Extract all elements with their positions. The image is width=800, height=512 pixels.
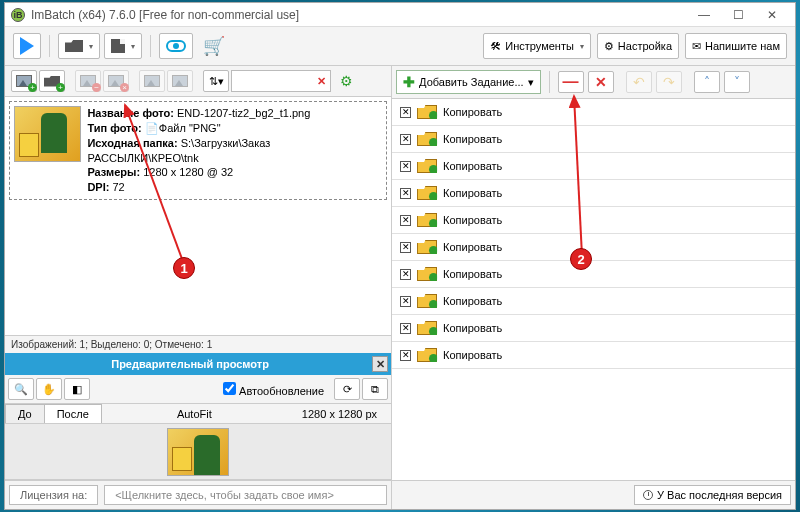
save-button[interactable]: ▾	[104, 33, 142, 59]
task-folder-icon	[417, 348, 437, 362]
uncheck-button[interactable]	[167, 70, 193, 92]
license-bar: Лицензия на: <Щелкните здесь, чтобы зада…	[5, 480, 391, 509]
window-title: ImBatch (x64) 7.6.0 [Free for non-commer…	[31, 8, 299, 22]
version-status[interactable]: У Вас последняя версия	[634, 485, 791, 505]
task-row[interactable]: ✕Копировать	[392, 126, 795, 153]
minimize-button[interactable]: —	[687, 5, 721, 25]
undo-button[interactable]: ↶	[626, 71, 652, 93]
compare-button[interactable]: ◧	[64, 378, 90, 400]
task-checkbox[interactable]: ✕	[400, 350, 411, 361]
clock-icon	[643, 490, 653, 500]
auto-refresh-checkbox[interactable]: Автообновление	[223, 382, 324, 397]
play-icon	[20, 37, 34, 55]
task-folder-icon	[417, 267, 437, 281]
task-folder-icon	[417, 186, 437, 200]
main-toolbar: ▾ ▾ 🛒 🛠Инструменты▾ ⚙Настройка ✉Напишите…	[5, 27, 795, 66]
add-folder-button[interactable]: +	[39, 70, 65, 92]
task-checkbox[interactable]: ✕	[400, 215, 411, 226]
task-label: Копировать	[443, 133, 502, 145]
store-button[interactable]: 🛒	[197, 33, 231, 59]
task-checkbox[interactable]: ✕	[400, 107, 411, 118]
task-checkbox[interactable]: ✕	[400, 242, 411, 253]
task-toolbar: ✚Добавить Задание...▾ — ✕ ↶ ↷ ˄ ˅	[392, 66, 795, 99]
preview-toggle-button[interactable]	[159, 33, 193, 59]
task-checkbox[interactable]: ✕	[400, 323, 411, 334]
image-item[interactable]: Название фото: END-1207-tiz2_bg2_t1.png …	[9, 101, 387, 200]
task-folder-icon	[417, 105, 437, 119]
redo-button[interactable]: ↷	[656, 71, 682, 93]
task-folder-icon	[417, 294, 437, 308]
preview-canvas[interactable]	[5, 424, 391, 480]
close-button[interactable]: ✕	[755, 5, 789, 25]
task-row[interactable]: ✕Копировать	[392, 288, 795, 315]
task-label: Копировать	[443, 268, 502, 280]
zoom-button[interactable]: 🔍	[8, 378, 34, 400]
maximize-button[interactable]: ☐	[721, 5, 755, 25]
app-icon: iB	[11, 8, 25, 22]
image-toolbar: + + − × ⇅▾ ✕ ⚙	[5, 66, 391, 97]
task-label: Копировать	[443, 214, 502, 226]
task-label: Копировать	[443, 322, 502, 334]
filter-settings-button[interactable]: ⚙	[333, 70, 359, 92]
task-folder-icon	[417, 213, 437, 227]
task-row[interactable]: ✕Копировать	[392, 153, 795, 180]
delete-task-button[interactable]: ✕	[588, 71, 614, 93]
contact-button[interactable]: ✉Напишите нам	[685, 33, 787, 59]
move-down-button[interactable]: ˅	[724, 71, 750, 93]
clear-filter-icon[interactable]: ✕	[317, 75, 326, 88]
add-task-button[interactable]: ✚Добавить Задание...▾	[396, 70, 540, 94]
filter-input[interactable]: ✕	[231, 70, 331, 92]
gear-icon: ⚙	[604, 40, 614, 53]
add-image-button[interactable]: +	[11, 70, 37, 92]
task-checkbox[interactable]: ✕	[400, 161, 411, 172]
folder-open-icon	[65, 40, 83, 52]
task-checkbox[interactable]: ✕	[400, 188, 411, 199]
thumbnail	[14, 106, 81, 162]
remove-task-button[interactable]: —	[558, 71, 584, 93]
task-checkbox[interactable]: ✕	[400, 269, 411, 280]
tab-before[interactable]: До	[5, 404, 45, 423]
check-button[interactable]	[139, 70, 165, 92]
app-window: iB ImBatch (x64) 7.6.0 [Free for non-com…	[4, 2, 796, 510]
task-label: Копировать	[443, 295, 502, 307]
task-folder-icon	[417, 321, 437, 335]
version-bar: У Вас последняя версия	[392, 480, 795, 509]
task-folder-icon	[417, 132, 437, 146]
image-count-status: Изображений: 1; Выделено: 0; Отмечено: 1	[5, 335, 391, 353]
open-button[interactable]: ▾	[58, 33, 100, 59]
refresh-button[interactable]: ⟳	[334, 378, 360, 400]
task-row[interactable]: ✕Копировать	[392, 261, 795, 288]
task-checkbox[interactable]: ✕	[400, 296, 411, 307]
mail-icon: ✉	[692, 40, 701, 53]
pan-button[interactable]: ✋	[36, 378, 62, 400]
task-folder-icon	[417, 159, 437, 173]
preview-dimensions: 1280 x 1280 px	[288, 405, 391, 423]
save-icon	[111, 39, 125, 53]
task-label: Копировать	[443, 160, 502, 172]
external-button[interactable]: ⧉	[362, 378, 388, 400]
settings-button[interactable]: ⚙Настройка	[597, 33, 679, 59]
move-up-button[interactable]: ˄	[694, 71, 720, 93]
task-list: ✕Копировать✕Копировать✕Копировать✕Копиро…	[392, 99, 795, 480]
tab-after[interactable]: После	[44, 404, 102, 423]
task-checkbox[interactable]: ✕	[400, 134, 411, 145]
task-row[interactable]: ✕Копировать	[392, 342, 795, 369]
remove-all-button[interactable]: ×	[103, 70, 129, 92]
zoom-mode[interactable]: AutoFit	[101, 408, 288, 420]
task-row[interactable]: ✕Копировать	[392, 315, 795, 342]
task-row[interactable]: ✕Копировать	[392, 207, 795, 234]
sort-icon: ⇅	[209, 75, 218, 88]
tools-menu[interactable]: 🛠Инструменты▾	[483, 33, 591, 59]
remove-image-button[interactable]: −	[75, 70, 101, 92]
task-row[interactable]: ✕Копировать	[392, 99, 795, 126]
sort-button[interactable]: ⇅▾	[203, 70, 229, 92]
task-row[interactable]: ✕Копировать	[392, 180, 795, 207]
license-name-input[interactable]: <Щелкните здесь, чтобы задать свое имя>	[104, 485, 387, 505]
preview-close-button[interactable]: ✕	[372, 356, 388, 372]
task-label: Копировать	[443, 241, 502, 253]
task-row[interactable]: ✕Копировать	[392, 234, 795, 261]
annotation-marker-2: 2	[570, 248, 592, 270]
annotation-marker-1: 1	[173, 257, 195, 279]
right-panel: ✚Добавить Задание...▾ — ✕ ↶ ↷ ˄ ˅ ✕Копир…	[392, 66, 795, 509]
run-button[interactable]	[13, 33, 41, 59]
